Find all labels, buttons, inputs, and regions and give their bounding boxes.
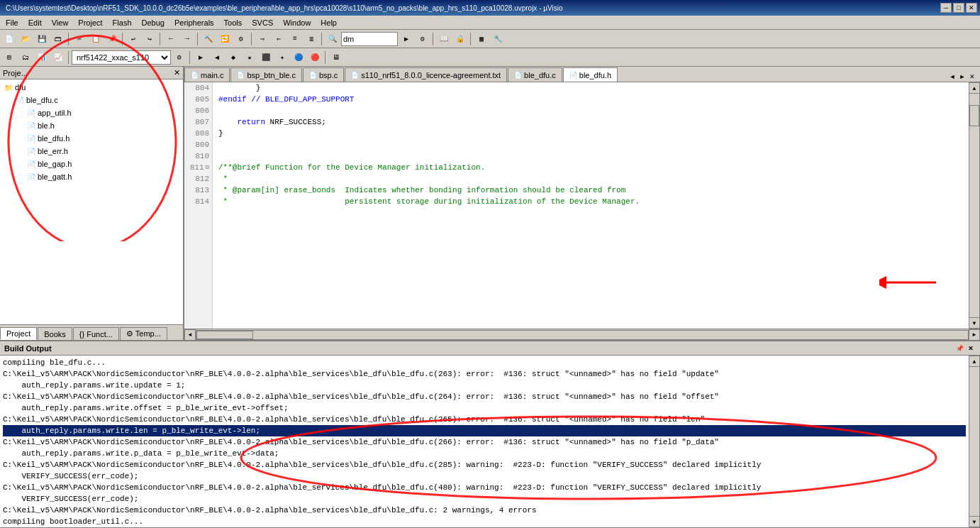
tb2-btn2[interactable]: ◀	[209, 50, 225, 65]
tree-item-app-util-h[interactable]: 📄 app_util.h	[1, 106, 182, 119]
tb2-btn3[interactable]: ◆	[225, 50, 241, 65]
menu-window[interactable]: Window	[279, 16, 315, 29]
tab-project[interactable]: Project	[0, 327, 37, 340]
project-panel-close[interactable]: ✕	[174, 68, 180, 77]
search-opts[interactable]: ⚙	[415, 31, 430, 47]
open-btn[interactable]: 📂	[18, 31, 33, 47]
rebuild-btn[interactable]: 🔁	[217, 31, 233, 47]
close-button[interactable]: ✕	[966, 3, 977, 13]
tab-close-all[interactable]: ✕	[967, 72, 977, 82]
tree-item-ble-gap-h[interactable]: 📄 ble_gap.h	[1, 158, 182, 170]
build-scroll-up[interactable]: ▲	[969, 356, 980, 367]
tb2-btn4[interactable]: ★	[242, 50, 257, 65]
scroll-up-btn[interactable]: ▲	[969, 82, 980, 94]
scroll-thumb[interactable]	[969, 105, 979, 126]
tb2-icon2[interactable]: 🗂	[18, 50, 33, 65]
menu-edit[interactable]: Edit	[24, 16, 46, 29]
build-output-pin[interactable]: 📌	[954, 343, 964, 353]
editor-tab-bsp-btn[interactable]: 📄 bsp_btn_ble.c	[230, 67, 302, 82]
tb2-btn6[interactable]: ✦	[274, 50, 290, 65]
tree-item-ble-gatt-h[interactable]: 📄 ble_gatt.h	[1, 170, 182, 183]
tree-label-ble-dfu-c: ble_dfu.c	[26, 96, 58, 104]
build-line-13: VERIFY_SUCCESS(err_code);	[3, 493, 966, 505]
build-btn[interactable]: 🔨	[201, 31, 216, 47]
tab-books[interactable]: Books	[38, 327, 72, 340]
tree-item-ble-dfu-c[interactable]: 📄 ble_dfu.c	[1, 94, 182, 106]
search-input[interactable]	[341, 32, 398, 46]
tab-scroll-right[interactable]: ►	[957, 72, 967, 82]
menu-file[interactable]: File	[1, 16, 23, 29]
tab-icon-main-c: 📄	[191, 72, 199, 79]
tb2-icon4[interactable]: 📈	[50, 50, 66, 65]
scroll-right-btn[interactable]: ►	[969, 329, 980, 341]
tb2-btn7[interactable]: 🔵	[291, 50, 306, 65]
minimize-button[interactable]: ─	[940, 3, 952, 13]
tb2-settings[interactable]: ⚙	[172, 50, 187, 65]
tb2-btn8[interactable]: 🔴	[307, 50, 323, 65]
tab-temp[interactable]: ⚙ Temp...	[120, 327, 167, 340]
search-go[interactable]: ▶	[399, 31, 414, 47]
editor-tab-main-c[interactable]: 📄 main.c	[184, 67, 230, 82]
build-scroll-down[interactable]: ▼	[969, 516, 980, 527]
new-btn[interactable]: 📄	[1, 31, 17, 47]
lines-btn[interactable]: ≣	[304, 31, 319, 47]
unindent-btn[interactable]: ⇐	[271, 31, 286, 47]
code-editor: 804 805 806 807 808 809 810 811 ⊟ 812 81…	[184, 82, 980, 329]
tree-item-ble-dfu-h[interactable]: 📄 ble_dfu.h	[1, 132, 182, 145]
scroll-left-btn[interactable]: ◄	[184, 329, 196, 341]
tree-item-ble-err-h[interactable]: 📄 ble_err.h	[1, 145, 182, 158]
target-dropdown[interactable]: nrf51422_xxac_s110	[72, 50, 171, 65]
editor-tab-ble-dfu-h[interactable]: 📄 ble_dfu.h	[563, 67, 618, 82]
tree-item-ble-h[interactable]: 📄 ble.h	[1, 119, 182, 132]
menu-project[interactable]: Project	[74, 16, 106, 29]
tb2-btn1[interactable]: ▶	[193, 50, 208, 65]
menu-debug[interactable]: Debug	[138, 16, 169, 29]
tb2-icon1[interactable]: ⊞	[1, 50, 17, 65]
indent-btn[interactable]: ⇒	[255, 31, 270, 47]
hscroll-thumb[interactable]	[196, 331, 253, 339]
book-btn[interactable]: 📖	[436, 31, 452, 47]
save-all-btn[interactable]: 🗃	[50, 31, 66, 47]
fwd-btn[interactable]: →	[179, 31, 195, 47]
menu-view[interactable]: View	[48, 16, 73, 29]
cut-btn[interactable]: ✂	[72, 31, 87, 47]
build-output-close[interactable]: ✕	[966, 343, 976, 353]
align-btn[interactable]: ≡	[287, 31, 303, 47]
layout-btn[interactable]: ▦	[474, 31, 489, 47]
tb2-icon3[interactable]: 📊	[34, 50, 50, 65]
build-output-body: compiling ble_dfu.c... C:\Keil_v5\ARM\PA…	[0, 356, 980, 527]
tab-icon-licence: 📄	[351, 72, 359, 79]
build-scrollbar-v[interactable]: ▲ ▼	[969, 356, 980, 527]
build-line-6: C:\Keil_v5\ARM\PACK\NordicSemiconductor\…	[3, 414, 966, 425]
menu-flash[interactable]: Flash	[108, 16, 136, 29]
undo-btn[interactable]: ↩	[126, 31, 141, 47]
save-btn[interactable]: 💾	[34, 31, 50, 47]
menu-help[interactable]: Help	[316, 16, 341, 29]
editor-tab-bsp-c[interactable]: 📄 bsp.c	[303, 67, 344, 82]
search-btn[interactable]: 🔍	[325, 31, 340, 47]
copy-btn[interactable]: 📋	[88, 31, 104, 47]
maximize-button[interactable]: □	[953, 3, 964, 13]
editor-tab-licence[interactable]: 📄 s110_nrf51_8.0.0_licence-agreement.txt	[345, 67, 507, 82]
menu-svcs[interactable]: SVCS	[247, 16, 277, 29]
tree-item-dfu[interactable]: 📁 dfu	[1, 81, 182, 94]
editor-scrollbar-v[interactable]: ▲ ▼	[969, 82, 980, 329]
tab-scroll-left[interactable]: ◄	[947, 72, 957, 82]
translate-btn[interactable]: ⚙	[233, 31, 249, 47]
tb2-btn5[interactable]: ⬛	[258, 50, 274, 65]
redo-btn[interactable]: ↪	[142, 31, 157, 47]
tab-funct[interactable]: {} Funct...	[73, 327, 119, 340]
scroll-down-btn[interactable]: ▼	[969, 317, 980, 329]
code-area[interactable]: } #endif // BLE_DFU_APP_SUPPORT return N…	[213, 82, 969, 329]
menu-tools[interactable]: Tools	[220, 16, 247, 29]
paste-btn[interactable]: 📌	[104, 31, 120, 47]
tb2-btn9[interactable]: 🖥	[328, 50, 344, 65]
build-output-controls: 📌 ✕	[954, 343, 976, 353]
editor-scrollbar-h[interactable]: ◄ ►	[184, 329, 980, 340]
menu-peripherals[interactable]: Peripherals	[170, 16, 218, 29]
lock-btn[interactable]: 🔒	[452, 31, 468, 47]
build-output-content[interactable]: compiling ble_dfu.c... C:\Keil_v5\ARM\PA…	[0, 356, 969, 527]
settings-btn[interactable]: 🔧	[490, 31, 506, 47]
back-btn[interactable]: ←	[163, 31, 179, 47]
editor-tab-ble-dfu-c[interactable]: 📄 ble_dfu.c	[508, 67, 562, 82]
